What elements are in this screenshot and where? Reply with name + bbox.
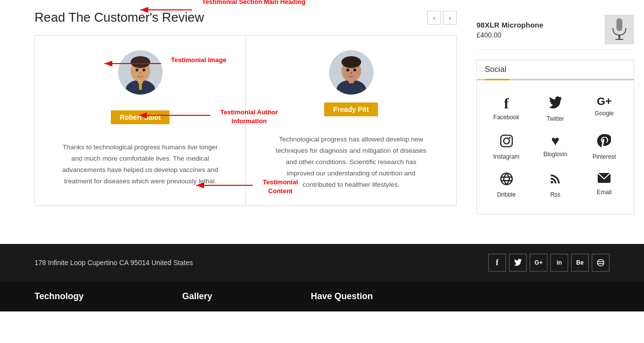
microphone-icon [610,17,629,42]
testimonial-avatar-2 [329,50,373,95]
google-icon: G+ [597,96,611,107]
google-label: Google [595,110,614,117]
svg-point-22 [346,69,349,71]
social-item-email[interactable]: Email [580,166,629,204]
footer-bottom: Technology Gallery Have Question [0,281,644,311]
email-label: Email [597,189,611,196]
social-item-facebook[interactable]: f Facebook [482,90,531,128]
sidebar: 98XLR Microphone £400.00 Social f [476,10,634,214]
svg-rect-27 [615,39,623,40]
social-item-instagram[interactable]: Instagram [482,128,531,166]
footer-twitter-icon[interactable] [509,254,527,272]
dribble-label: Dribble [497,191,516,198]
social-item-twitter[interactable]: Twitter [531,90,579,128]
footer-col-title-question: Have Question [311,291,373,301]
testimonial-text-1: Thanks to technological progress humans … [62,142,219,187]
footer-bar: 178 Infinite Loop Cupertino CA 95014 Uni… [0,244,644,281]
pinterest-label: Pinterest [593,153,616,160]
author-badge-1: Robert Salot [111,110,169,124]
footer-col-question: Have Question [311,291,373,302]
avatar-image-1 [118,50,163,95]
product-box: 98XLR Microphone £400.00 [476,10,634,50]
annotation-image-label: Testimonial Image [171,56,226,64]
testimonial-card-2: Fready Pitt Technological progress has a… [246,35,456,206]
testimonial-text-2: Technological progress has allowed devel… [272,134,430,191]
footer-col-title-technology: Technology [34,291,84,301]
email-icon [597,172,611,186]
social-item-rss[interactable]: Rss [531,166,579,204]
social-title: Social [477,60,634,80]
svg-point-31 [501,173,512,184]
twitter-icon [548,96,562,112]
social-section: Social f Facebook Twitter [476,60,634,214]
social-item-bloglovin[interactable]: ♥ Bloglovin [531,128,579,166]
rss-label: Rss [550,191,561,198]
instagram-icon [500,134,513,150]
author-badge-2: Fready Pitt [324,103,377,116]
product-info: 98XLR Microphone £400.00 [476,21,543,39]
avatar-image-2 [329,50,373,95]
facebook-label: Facebook [493,114,519,121]
product-price: £400.00 [476,31,543,39]
testimonial-cards: Testimonial Image [34,35,457,206]
annotation-heading-label: Testimonial Section Main Heading [202,0,305,5]
svg-point-7 [131,56,150,68]
instagram-label: Instagram [493,153,519,160]
bloglovin-label: Bloglovin [543,151,568,158]
social-item-dribble[interactable]: Dribble [482,166,531,204]
social-grid: f Facebook Twitter G+ Google [477,80,634,214]
svg-rect-28 [501,135,512,146]
footer-col-technology: Technology [34,291,84,302]
svg-point-9 [142,69,145,71]
pinterest-icon [597,134,611,150]
footer-facebook-icon[interactable]: f [488,254,506,272]
social-item-pinterest[interactable]: Pinterest [580,128,629,166]
svg-point-10 [139,72,141,74]
next-button[interactable]: › [443,11,457,25]
svg-rect-26 [618,35,620,39]
svg-point-33 [597,259,604,266]
product-thumbnail [605,15,634,44]
footer-dribbble-icon[interactable] [592,254,610,272]
footer-google-icon[interactable]: G+ [530,254,547,272]
footer-linkedin-icon[interactable]: in [550,254,568,272]
prev-button[interactable]: ‹ [427,11,441,25]
svg-rect-25 [616,18,622,31]
footer-social-icons: f G+ in Be [488,254,610,272]
svg-point-24 [350,72,352,74]
twitter-label: Twitter [546,115,564,122]
social-item-google[interactable]: G+ Google [580,90,629,128]
testimonial-card-1: Testimonial Image [35,35,246,206]
footer-col-title-gallery: Gallery [182,291,212,301]
product-name: 98XLR Microphone [476,21,543,29]
rss-icon [548,172,562,188]
footer-col-gallery: Gallery [182,291,212,302]
footer-behance-icon[interactable]: Be [571,254,589,272]
footer-address: 178 Infinite Loop Cupertino CA 95014 Uni… [34,259,193,267]
svg-point-29 [504,138,509,144]
svg-point-23 [353,69,356,71]
testimonial-nav: ‹ › [427,11,457,25]
svg-point-30 [508,137,510,139]
svg-point-8 [136,69,138,71]
testimonial-header: Read The Customer's Review ‹ › [34,10,457,25]
testimonial-avatar-1 [118,50,163,95]
bloglovin-icon: ♥ [551,134,560,148]
svg-point-21 [341,56,361,68]
dribble-icon [500,172,513,188]
testimonial-heading: Read The Customer's Review [34,10,204,25]
facebook-icon: f [504,96,509,111]
